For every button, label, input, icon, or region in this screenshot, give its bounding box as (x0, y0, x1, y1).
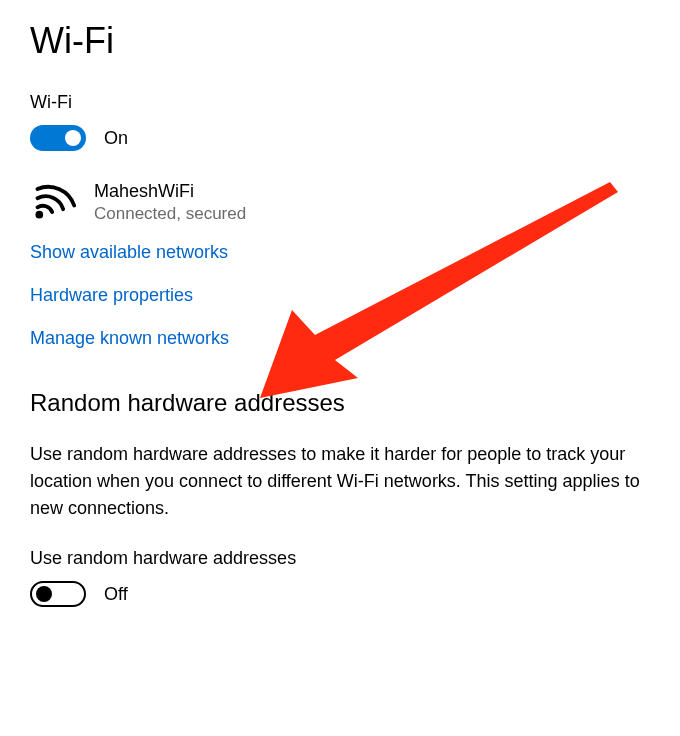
random-hw-heading: Random hardware addresses (30, 389, 650, 417)
random-hw-toggle-label: Use random hardware addresses (30, 548, 650, 569)
toggle-knob (36, 586, 52, 602)
random-hw-toggle[interactable] (30, 581, 86, 607)
toggle-knob (65, 130, 81, 146)
wifi-toggle-label: Wi-Fi (30, 92, 650, 113)
svg-point-0 (35, 211, 43, 219)
page-title: Wi-Fi (30, 20, 650, 62)
random-hw-description: Use random hardware addresses to make it… (30, 441, 650, 522)
link-hardware-properties[interactable]: Hardware properties (30, 285, 650, 306)
wifi-toggle-state: On (104, 128, 128, 149)
random-hw-toggle-state: Off (104, 584, 128, 605)
link-show-available-networks[interactable]: Show available networks (30, 242, 650, 263)
current-network[interactable]: MaheshWiFi Connected, secured (30, 181, 650, 224)
link-manage-known-networks[interactable]: Manage known networks (30, 328, 650, 349)
wifi-toggle[interactable] (30, 125, 86, 151)
network-name: MaheshWiFi (94, 181, 246, 202)
wifi-icon (32, 181, 76, 219)
network-status: Connected, secured (94, 204, 246, 224)
